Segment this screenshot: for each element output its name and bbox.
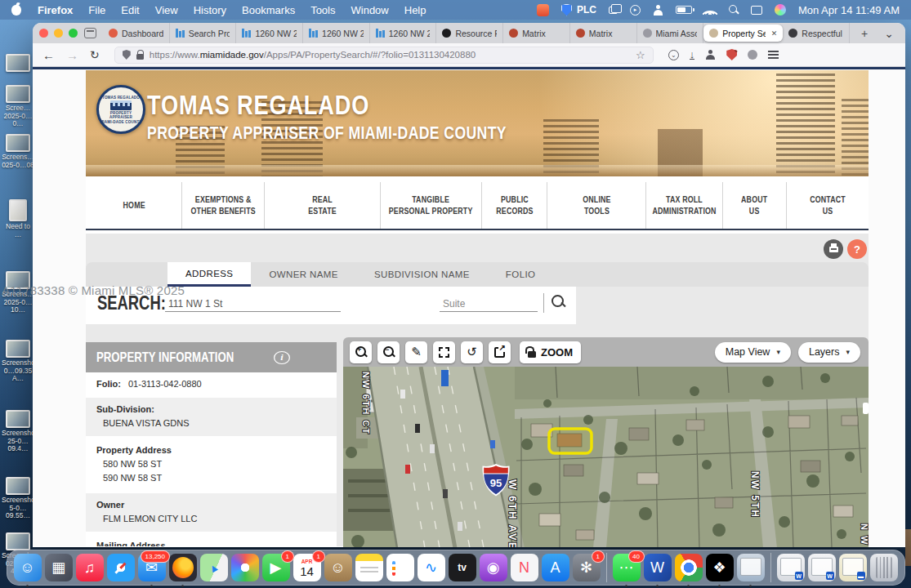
desktop-icon-screenshot-6[interactable]: Screensho… 5-0…09.55… xyxy=(2,477,34,520)
nav-item[interactable]: TANGIBLEPERSONAL PROPERTY xyxy=(381,182,481,229)
pocket-icon[interactable]: ⌄ xyxy=(668,50,679,60)
map-export-button[interactable]: ↗ xyxy=(489,341,511,363)
menu-item[interactable]: Tools xyxy=(310,4,335,16)
zoom-window-button[interactable] xyxy=(69,29,78,38)
desktop-icon-screenshot-4[interactable]: Screenshot 0…09.35 A… xyxy=(2,340,34,383)
browser-tab-matrix-1[interactable]: Matrix xyxy=(503,23,570,43)
user-avatar-icon[interactable] xyxy=(775,4,786,16)
info-icon[interactable]: i xyxy=(274,351,290,364)
dock-icon-finder[interactable]: ☺ xyxy=(14,554,42,581)
dock-icon-settings[interactable]: ✻ 1 xyxy=(573,554,601,581)
layers-dropdown[interactable]: Layers▾ xyxy=(798,342,860,363)
control-center-icon[interactable] xyxy=(751,6,762,15)
dock-icon-apple-tv[interactable]: tv xyxy=(449,554,476,581)
dock-icon-maps[interactable]: ▲ xyxy=(200,554,228,581)
apple-icon[interactable] xyxy=(11,5,21,16)
battery-icon[interactable] xyxy=(676,6,692,14)
dock-icon-minimized-window-2[interactable]: W xyxy=(808,554,836,581)
desktop-icon-screenshot-5[interactable]: Screensho… 25-0…09.4… xyxy=(2,410,34,453)
search-tab[interactable]: OWNER NAME xyxy=(251,262,356,287)
close-window-button[interactable] xyxy=(39,29,48,38)
bookmark-star-icon[interactable]: ☆ xyxy=(636,49,645,61)
dock-icon-chrome[interactable] xyxy=(675,554,703,581)
aerial-map[interactable]: 95 NW 6TH CT W 6TH AVE NW 5TH N W xyxy=(343,367,869,547)
menubar-app-icon[interactable] xyxy=(537,4,549,16)
menu-bar-clock[interactable]: Mon Apr 14 11:49 AM xyxy=(798,4,900,16)
browser-tab-property-search[interactable]: Property Sear ✕ xyxy=(703,24,783,42)
desktop-icon-screenshot-2[interactable]: Screens… 025-0…08 xyxy=(2,134,34,169)
search-icon[interactable] xyxy=(552,295,566,310)
dock-icon-contacts[interactable]: ☺ xyxy=(324,554,352,581)
desktop-icon-need-to-doc[interactable]: Need to … xyxy=(2,199,34,238)
new-tab-button[interactable]: + xyxy=(856,27,873,40)
map-reset-button[interactable]: ↺ xyxy=(461,341,483,363)
menu-item[interactable]: Help xyxy=(404,4,426,16)
back-button[interactable]: ← xyxy=(42,48,55,62)
dock-icon-news[interactable]: N xyxy=(511,554,538,581)
map-zoom-out-button[interactable]: − xyxy=(377,341,400,363)
tracking-shield-icon[interactable] xyxy=(123,50,131,60)
browser-tab-1260-nw-29th-3[interactable]: 1260 NW 29th S xyxy=(370,23,437,43)
dock-icon-minimized-window-3[interactable]: ▬ xyxy=(839,554,867,581)
map-select-button[interactable] xyxy=(433,341,455,363)
nav-item[interactable]: ABOUTUS xyxy=(723,182,788,229)
print-button[interactable] xyxy=(824,239,843,259)
dock-icon-calendar[interactable]: APR 14 1 xyxy=(293,554,321,581)
plc-shield-icon[interactable] xyxy=(561,4,572,16)
tab-list-button[interactable]: ⌄ xyxy=(879,27,899,40)
lock-icon[interactable] xyxy=(136,54,144,60)
ublock-extension-icon[interactable]: 1 xyxy=(726,49,737,60)
map-draw-button[interactable]: ✎ xyxy=(405,341,427,363)
address-bar[interactable]: https://www.miamidade.gov/Apps/PA/Proper… xyxy=(114,47,654,64)
reload-button[interactable]: ↻ xyxy=(90,48,100,61)
dock-icon-podcasts[interactable]: ◉ xyxy=(480,554,507,581)
dock-icon-preview-window[interactable] xyxy=(737,554,765,581)
dock-icon-reminders[interactable] xyxy=(386,554,414,581)
map-zoom-lock-button[interactable]: ZOOM xyxy=(520,341,581,363)
nav-item[interactable]: TAX ROLLADMINISTRATION xyxy=(646,182,723,229)
map-view-dropdown[interactable]: Map View▾ xyxy=(715,342,791,363)
browser-tab-respectful[interactable]: Respectful com xyxy=(783,23,850,43)
spotlight-icon[interactable] xyxy=(729,5,739,15)
extension-icon[interactable] xyxy=(748,50,757,60)
nav-item[interactable]: ONLINETOOLS xyxy=(547,182,645,229)
dock-icon-messages[interactable]: ⋯ 40 xyxy=(613,554,641,581)
menu-item[interactable]: Edit xyxy=(121,4,139,16)
menu-item[interactable]: Window xyxy=(351,4,389,16)
nav-item[interactable]: PUBLICRECORDS xyxy=(482,182,548,229)
desktop-icon-screenshot-thumb[interactable] xyxy=(2,54,34,74)
nav-item[interactable]: CONTACTUS xyxy=(787,182,869,229)
dock-icon-app-store[interactable]: A xyxy=(542,554,569,581)
dock-icon-word[interactable]: W xyxy=(644,554,672,581)
browser-tab-miami-association[interactable]: Miami Associati xyxy=(637,23,704,43)
desktop-icon-screenshot-1[interactable]: Scree… 2025-0…0… xyxy=(2,85,34,128)
address-search-input[interactable] xyxy=(165,296,341,312)
stage-manager-icon[interactable] xyxy=(609,7,618,14)
menu-item[interactable]: History xyxy=(194,4,226,16)
browser-tab-matrix-2[interactable]: Matrix xyxy=(570,23,637,43)
tab-overview-icon[interactable] xyxy=(84,28,96,38)
hamburger-menu-icon[interactable] xyxy=(768,51,779,59)
menu-item[interactable]: Bookmarks xyxy=(242,4,295,16)
account-icon[interactable] xyxy=(705,50,716,60)
search-tab[interactable]: FOLIO xyxy=(488,262,554,287)
help-button[interactable]: ? xyxy=(847,239,867,259)
menu-item[interactable]: Firefox xyxy=(38,4,73,16)
dock-icon-divider-2[interactable] xyxy=(770,553,771,582)
nav-item[interactable]: HOME xyxy=(86,182,182,229)
browser-tab-resource-panels[interactable]: Resource Panels xyxy=(436,23,503,43)
browser-tab-search-properties[interactable]: Search Properti xyxy=(170,23,237,43)
fast-user-switch-icon[interactable] xyxy=(653,5,663,16)
dock-icon-trash[interactable] xyxy=(870,554,898,581)
map-zoom-in-button[interactable]: + xyxy=(350,341,372,363)
dock-icon-divider-1[interactable] xyxy=(606,553,607,582)
dock-icon-facetime[interactable]: ▶ 1 xyxy=(262,554,290,581)
browser-tab-1260-nw-29th-1[interactable]: 1260 NW 29th S xyxy=(236,23,303,43)
browser-tab-1260-nw-29th-2[interactable]: 1260 NW 29th S xyxy=(303,23,370,43)
dock-icon-photos[interactable] xyxy=(231,554,259,581)
dock-icon-mail[interactable]: ✉ 13,250 xyxy=(138,554,166,581)
url-text[interactable]: https://www.miamidade.gov/Apps/PA/Proper… xyxy=(150,50,630,60)
dock-icon-launchpad[interactable]: ▦ xyxy=(45,554,73,581)
dock-icon-freeform[interactable]: ∿ xyxy=(418,554,445,581)
screen-record-icon[interactable]: ▸ xyxy=(630,5,641,16)
